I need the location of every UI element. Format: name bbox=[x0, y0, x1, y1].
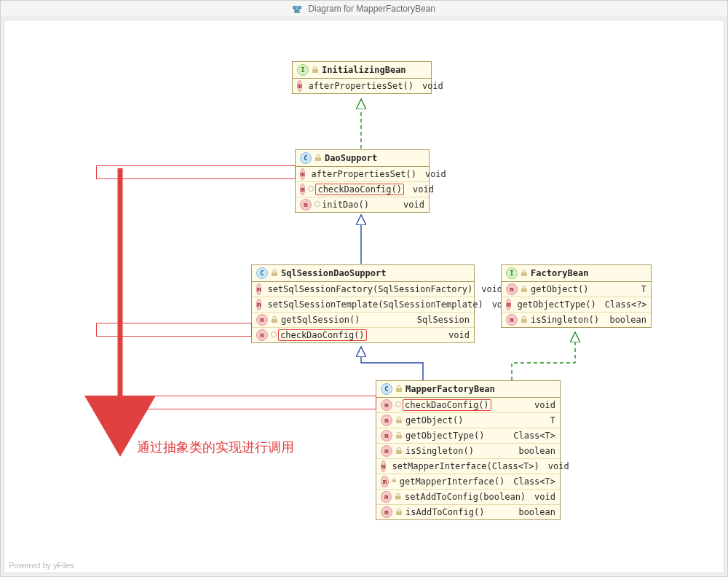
member-signature: getMapperInterface() bbox=[400, 476, 514, 487]
method-icon: m bbox=[506, 299, 511, 310]
class-header: I FactoryBean bbox=[502, 265, 651, 282]
member-signature: setSqlSessionTemplate(SqlSessionTemplate… bbox=[267, 299, 491, 310]
member-return-type: boolean bbox=[518, 446, 555, 456]
lock-icon bbox=[521, 316, 528, 323]
key-icon bbox=[395, 401, 400, 409]
class-header: C DaoSupport bbox=[296, 150, 429, 167]
svg-rect-22 bbox=[392, 480, 396, 482]
method-icon: m bbox=[297, 80, 302, 92]
member-row: misSingleton()boolean bbox=[502, 313, 651, 327]
member-signature: checkDaoConfig() bbox=[315, 184, 413, 195]
member-signature: initDao() bbox=[322, 200, 403, 210]
lock-icon bbox=[521, 270, 528, 277]
method-icon: m bbox=[381, 445, 392, 457]
member-signature: getObject() bbox=[405, 415, 550, 425]
method-icon: m bbox=[506, 314, 518, 326]
svg-rect-17 bbox=[396, 388, 402, 392]
member-signature: isSingleton() bbox=[531, 315, 609, 325]
member-signature: afterPropertiesSet() bbox=[308, 81, 422, 91]
class-box-initializingbean[interactable]: I InitializingBean mafterPropertiesSet()… bbox=[292, 61, 432, 94]
lock-icon bbox=[395, 447, 403, 455]
method-icon: m bbox=[300, 168, 305, 180]
member-row: mgetObjectType()Class<T> bbox=[376, 428, 560, 444]
annotation-connector-rect bbox=[96, 323, 252, 337]
member-row: mcheckDaoConfig()void bbox=[376, 398, 560, 413]
svg-rect-9 bbox=[272, 272, 277, 276]
member-row: mgetMapperInterface()Class<T> bbox=[376, 474, 560, 490]
diagram-window: Diagram for MapperFactoryBean I Initiali… bbox=[0, 0, 728, 577]
svg-rect-0 bbox=[293, 6, 296, 9]
member-signature: setMapperInterface(Class<T>) bbox=[392, 461, 547, 471]
member-list: mafterPropertiesSet()void bbox=[293, 79, 431, 93]
class-box-factorybean[interactable]: I FactoryBean mgetObject()TmgetObjectTyp… bbox=[501, 264, 652, 328]
member-row: misSingleton()boolean bbox=[376, 444, 560, 459]
lock-icon bbox=[395, 493, 402, 501]
member-return-type: void bbox=[425, 169, 446, 179]
member-return-type: T bbox=[641, 284, 646, 294]
class-box-sqlsessiondaosupport[interactable]: C SqlSessionDaoSupport msetSqlSessionFac… bbox=[251, 264, 475, 343]
class-icon: C bbox=[256, 267, 268, 279]
method-icon: m bbox=[381, 430, 392, 441]
member-row: mgetObject()T bbox=[502, 282, 651, 297]
class-header: C MapperFactoryBean bbox=[376, 381, 560, 398]
member-row: msetSqlSessionFactory(SqlSessionFactory)… bbox=[252, 282, 474, 297]
member-return-type: void bbox=[448, 330, 470, 340]
member-row: msetAddToConfig(boolean)void bbox=[376, 490, 560, 505]
uml-diagram-icon bbox=[293, 6, 301, 13]
class-name: MapperFactoryBean bbox=[405, 384, 495, 394]
member-row: mgetObject()T bbox=[376, 413, 560, 428]
diagram-canvas[interactable]: I InitializingBean mafterPropertiesSet()… bbox=[4, 20, 724, 573]
class-header: I InitializingBean bbox=[293, 62, 431, 79]
member-row: mgetObjectType()Class<?> bbox=[502, 297, 651, 313]
class-box-daosupport[interactable]: C DaoSupport mafterPropertiesSet()voidmc… bbox=[295, 149, 430, 213]
svg-rect-2 bbox=[295, 10, 299, 13]
lock-icon bbox=[271, 270, 278, 277]
edge-extends bbox=[361, 347, 423, 380]
method-icon: m bbox=[256, 329, 268, 341]
member-row: misAddToConfig()boolean bbox=[376, 505, 560, 519]
svg-rect-24 bbox=[396, 511, 402, 515]
class-icon: C bbox=[381, 383, 392, 395]
svg-rect-5 bbox=[312, 69, 318, 73]
lock-icon bbox=[271, 316, 278, 323]
svg-rect-23 bbox=[395, 496, 401, 500]
footer-credit: Powered by yFiles bbox=[9, 561, 74, 570]
method-icon: m bbox=[381, 491, 392, 503]
member-signature: checkDaoConfig() bbox=[278, 330, 448, 340]
member-row: mafterPropertiesSet()void bbox=[293, 79, 431, 93]
class-name: SqlSessionDaoSupport bbox=[281, 268, 387, 278]
method-icon: m bbox=[256, 283, 261, 295]
member-return-type: Class<T> bbox=[513, 476, 555, 487]
member-list: mafterPropertiesSet()voidmcheckDaoConfig… bbox=[296, 167, 429, 212]
member-return-type: void bbox=[422, 81, 443, 91]
key-icon bbox=[271, 331, 275, 339]
member-signature: setAddToConfig(boolean) bbox=[405, 492, 534, 502]
key-icon bbox=[314, 201, 319, 208]
edge-implements bbox=[512, 332, 575, 380]
class-header: C SqlSessionDaoSupport bbox=[252, 265, 474, 282]
member-return-type: boolean bbox=[518, 507, 555, 517]
annotation-text: 通过抽象类的实现进行调用 bbox=[137, 439, 294, 456]
svg-rect-19 bbox=[396, 435, 402, 439]
method-icon: m bbox=[381, 415, 392, 426]
method-icon: m bbox=[300, 199, 312, 211]
window-titlebar: Diagram for MapperFactoryBean bbox=[1, 1, 727, 17]
method-icon: m bbox=[381, 460, 386, 472]
member-list: mgetObject()TmgetObjectType()Class<?>mis… bbox=[502, 282, 651, 327]
interface-icon: I bbox=[297, 64, 309, 76]
member-signature: getObjectType() bbox=[517, 299, 604, 310]
lock-icon bbox=[395, 417, 403, 424]
member-list: mcheckDaoConfig()voidmgetObject()TmgetOb… bbox=[376, 398, 560, 519]
member-signature: getSqlSession() bbox=[281, 315, 417, 325]
member-return-type: Class<T> bbox=[513, 431, 555, 441]
svg-rect-16 bbox=[521, 319, 527, 323]
member-row: mgetSqlSession()SqlSession bbox=[252, 313, 474, 328]
class-box-mapperfactorybean[interactable]: C MapperFactoryBean mcheckDaoConfig()voi… bbox=[376, 380, 561, 520]
member-signature: getObjectType() bbox=[405, 431, 513, 441]
member-list: msetSqlSessionFactory(SqlSessionFactory)… bbox=[252, 282, 474, 342]
svg-rect-20 bbox=[396, 450, 402, 454]
lock-icon bbox=[395, 509, 403, 516]
lock-icon bbox=[314, 154, 322, 162]
member-return-type: T bbox=[550, 415, 555, 425]
method-icon: m bbox=[506, 283, 518, 295]
